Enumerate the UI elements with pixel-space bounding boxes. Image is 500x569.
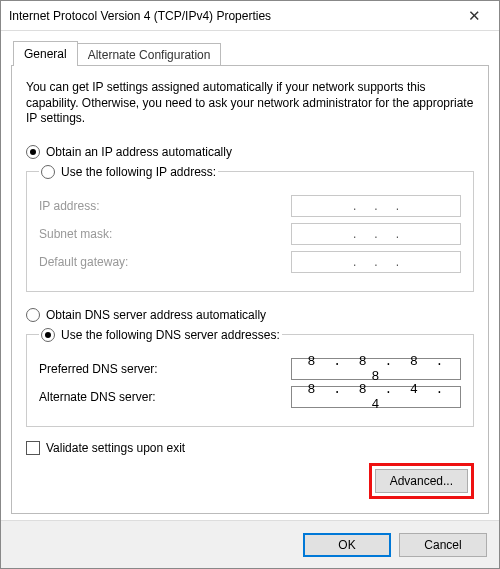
preferred-dns-input[interactable]: 8 . 8 . 8 . 8 [291,358,461,380]
radio-ip-manual[interactable]: Use the following IP address: [39,165,218,179]
tab-alternate-label: Alternate Configuration [88,48,211,62]
validate-settings-label: Validate settings upon exit [46,441,185,455]
radio-ip-auto-label: Obtain an IP address automatically [46,145,232,159]
default-gateway-label: Default gateway: [39,255,291,269]
tab-panel-general: You can get IP settings assigned automat… [11,65,489,514]
alternate-dns-input[interactable]: 8 . 8 . 4 . 4 [291,386,461,408]
tab-general-label: General [24,47,67,61]
dns-server-group: Use the following DNS server addresses: … [26,328,474,427]
ip-address-group: Use the following IP address: IP address… [26,165,474,292]
preferred-dns-label: Preferred DNS server: [39,362,291,376]
default-gateway-input: ... [291,251,461,273]
advanced-button-label: Advanced... [390,474,453,488]
preferred-dns-value: 8 . 8 . 8 . 8 [296,354,456,384]
ip-address-label: IP address: [39,199,291,213]
content-area: General Alternate Configuration You can … [1,31,499,520]
advanced-highlight: Advanced... [369,463,474,499]
radio-dns-manual-label: Use the following DNS server addresses: [61,328,280,342]
dialog-window: Internet Protocol Version 4 (TCP/IPv4) P… [0,0,500,569]
subnet-mask-label: Subnet mask: [39,227,291,241]
advanced-button[interactable]: Advanced... [375,469,468,493]
dialog-footer: OK Cancel [1,520,499,568]
alternate-dns-value: 8 . 8 . 4 . 4 [296,382,456,412]
radio-dns-manual[interactable]: Use the following DNS server addresses: [39,328,282,342]
tabstrip: General Alternate Configuration [13,41,489,66]
subnet-mask-input: ... [291,223,461,245]
radio-ip-manual-label: Use the following IP address: [61,165,216,179]
description-text: You can get IP settings assigned automat… [26,80,474,127]
radio-icon [41,165,55,179]
cancel-button[interactable]: Cancel [399,533,487,557]
ip-address-input: ... [291,195,461,217]
ok-button[interactable]: OK [303,533,391,557]
radio-ip-auto[interactable]: Obtain an IP address automatically [26,143,474,161]
close-icon[interactable]: ✕ [452,2,497,30]
alternate-dns-label: Alternate DNS server: [39,390,291,404]
window-title: Internet Protocol Version 4 (TCP/IPv4) P… [9,9,452,23]
checkbox-icon [26,441,40,455]
titlebar: Internet Protocol Version 4 (TCP/IPv4) P… [1,1,499,31]
radio-icon [26,145,40,159]
radio-icon [41,328,55,342]
tab-general[interactable]: General [13,41,78,66]
ok-button-label: OK [338,538,355,552]
tab-alternate-configuration[interactable]: Alternate Configuration [78,43,222,66]
radio-dns-auto[interactable]: Obtain DNS server address automatically [26,306,474,324]
radio-dns-auto-label: Obtain DNS server address automatically [46,308,266,322]
radio-icon [26,308,40,322]
cancel-button-label: Cancel [424,538,461,552]
validate-settings-checkbox[interactable]: Validate settings upon exit [26,441,474,455]
